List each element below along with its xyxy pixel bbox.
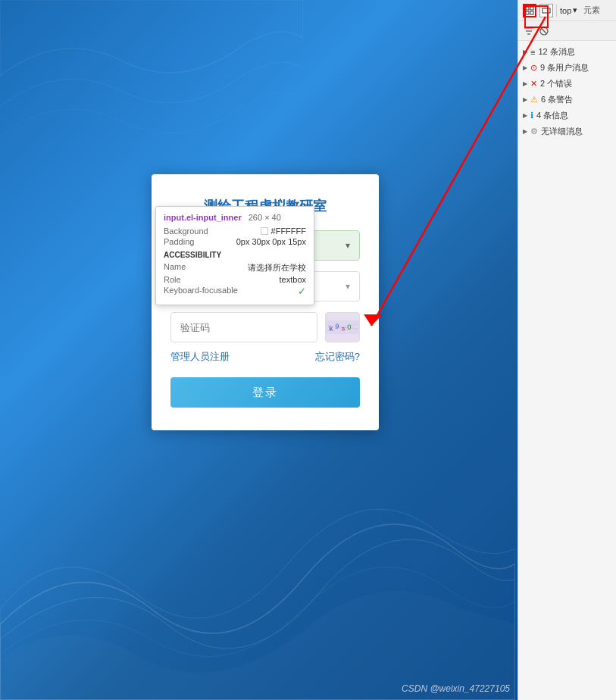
forgot-link[interactable]: 忘记密码?: [315, 350, 360, 364]
keyboard-value: ✓: [298, 286, 306, 297]
inspector-title: input.el-input_inner 260 × 40: [164, 213, 306, 222]
errors-label: 2 个错误: [540, 78, 572, 89]
svg-rect-2: [526, 11, 529, 14]
devtools-item-errors[interactable]: ▶ ✕ 2 个错误: [518, 76, 616, 92]
role-label: Role: [164, 275, 224, 284]
user-messages-label: 9 条用户消息: [540, 62, 589, 73]
check-icon: ✓: [298, 286, 306, 297]
inspector-background-row: Background #FFFFFF: [164, 227, 306, 236]
captcha-input[interactable]: [170, 312, 317, 342]
inspector-name-row: Name 请选择所在学校: [164, 262, 306, 273]
school-chevron-icon: ▾: [346, 240, 350, 251]
expand-arrow: ▶: [523, 64, 527, 71]
expand-arrow: ▶: [523, 48, 527, 55]
inspector-tooltip: input.el-input_inner 260 × 40 Background…: [155, 206, 314, 305]
inspector-role-row: Role textbox: [164, 275, 306, 284]
user-messages-icon: ⊙: [530, 63, 537, 73]
register-link[interactable]: 管理人员注册: [170, 350, 230, 364]
filter-icon[interactable]: [523, 25, 535, 37]
top-select-label: top: [560, 6, 571, 15]
warnings-icon: ⚠: [530, 95, 538, 105]
role-value: textbox: [280, 275, 306, 284]
errors-icon: ✕: [530, 79, 537, 89]
element-name: input.el-input_inner: [164, 213, 242, 222]
devtools-item-user-messages[interactable]: ▶ ⊙ 9 条用户消息: [518, 60, 616, 76]
wave-decoration-bottom: [0, 397, 515, 700]
svg-text:0: 0: [347, 323, 352, 331]
devtools-toolbar2: [518, 21, 616, 41]
svg-rect-4: [543, 8, 550, 13]
devtools-item-warnings[interactable]: ▶ ⚠ 6 条警告: [518, 92, 616, 108]
permission-chevron-icon: ▾: [346, 281, 350, 292]
expand-arrow: ▶: [523, 128, 527, 135]
devtools-panel: top ▾ 元素 ▶ ≡ 12 条消息 ▶ ⊙ 9 条用户消息 ▶ ✕ 2 个错…: [518, 0, 616, 700]
element-icon[interactable]: [539, 4, 553, 17]
block-icon[interactable]: [538, 25, 550, 37]
svg-line-9: [542, 28, 547, 33]
devtools-list: ▶ ≡ 12 条消息 ▶ ⊙ 9 条用户消息 ▶ ✕ 2 个错误 ▶ ⚠ 6 条…: [518, 41, 616, 142]
captcha-row: k 9 a 0: [170, 312, 360, 342]
detail-label: 无详细消息: [541, 126, 583, 137]
csdn-watermark: CSDN @weixin_47227105: [402, 683, 510, 694]
devtools-item-detail[interactable]: ▶ ⚙ 无详细消息: [518, 123, 616, 139]
padding-label: Padding: [164, 237, 224, 246]
warnings-label: 6 条警告: [541, 94, 573, 105]
devtools-item-info[interactable]: ▶ ℹ 4 条信息: [518, 108, 616, 123]
info-label: 4 条信息: [536, 110, 568, 121]
background-label: Background: [164, 227, 224, 236]
inspector-keyboard-row: Keyboard-focusable ✓: [164, 286, 306, 297]
top-select-arrow: ▾: [573, 5, 577, 15]
name-value: 请选择所在学校: [248, 262, 306, 273]
top-select[interactable]: top ▾: [560, 5, 577, 15]
expand-arrow: ▶: [523, 96, 527, 103]
devtools-item-messages[interactable]: ▶ ≡ 12 条消息: [518, 44, 616, 60]
detail-icon: ⚙: [530, 127, 538, 136]
svg-rect-0: [526, 7, 529, 10]
background-value: #FFFFFF: [261, 227, 306, 236]
messages-label: 12 条消息: [538, 46, 574, 58]
svg-rect-3: [530, 11, 533, 14]
devtools-toolbar1: top ▾ 元素: [518, 0, 616, 21]
accessibility-section: ACCESSIBILITY: [164, 251, 306, 259]
captcha-image[interactable]: k 9 a 0: [325, 312, 360, 342]
svg-rect-1: [530, 7, 533, 10]
padding-value: 0px 30px 0px 15px: [236, 237, 306, 246]
expand-arrow: ▶: [523, 112, 527, 119]
devtools-toolbar-icons: top ▾ 元素: [523, 4, 611, 17]
login-button[interactable]: 登录: [170, 377, 360, 408]
color-swatch: [261, 227, 268, 235]
name-label: Name: [164, 262, 224, 273]
inspector-padding-row: Padding 0px 30px 0px 15px: [164, 237, 306, 246]
toolbar-separator: [556, 5, 557, 17]
info-icon: ℹ: [530, 111, 533, 120]
links-row: 管理人员注册 忘记密码?: [170, 350, 360, 364]
inspector-icon[interactable]: [523, 4, 536, 17]
elements-label: 元素: [583, 5, 600, 16]
expand-arrow: ▶: [523, 80, 527, 87]
element-size: 260 × 40: [249, 213, 281, 222]
messages-icon: ≡: [530, 48, 535, 57]
keyboard-label: Keyboard-focusable: [164, 286, 238, 297]
